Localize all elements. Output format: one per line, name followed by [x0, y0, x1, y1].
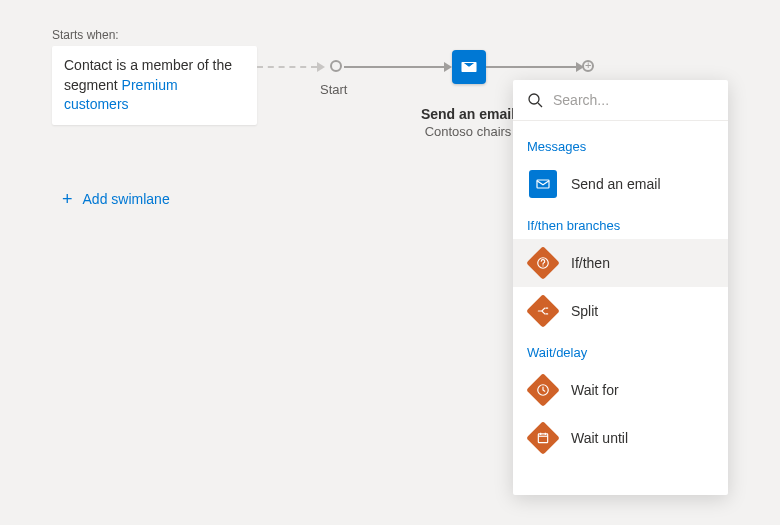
search-input[interactable] [553, 92, 714, 108]
email-node-title: Send an email [418, 106, 518, 122]
start-label: Start [320, 82, 347, 97]
action-item-wait-for[interactable]: Wait for [513, 366, 728, 414]
action-label: Wait until [571, 430, 628, 446]
connector-dashed [257, 66, 317, 68]
action-item-split[interactable]: Split [513, 287, 728, 335]
svg-point-1 [529, 94, 539, 104]
email-node-subtitle: Contoso chairs [418, 124, 518, 139]
action-item-wait-until[interactable]: Wait until [513, 414, 728, 462]
action-picker-panel: MessagesSend an emailIf/then branchesIf/… [513, 80, 728, 495]
action-item-send-email[interactable]: Send an email [513, 160, 728, 208]
send-email-tile[interactable] [452, 50, 486, 84]
question-icon [527, 247, 559, 279]
trigger-card[interactable]: Contact is a member of the segment Premi… [52, 46, 257, 125]
svg-line-2 [538, 103, 542, 107]
add-action-node[interactable] [582, 60, 594, 72]
svg-point-5 [542, 265, 543, 266]
search-row [513, 80, 728, 121]
split-icon [527, 295, 559, 327]
plus-icon: + [62, 190, 73, 208]
clock-icon [527, 374, 559, 406]
start-node[interactable] [330, 60, 342, 72]
svg-rect-7 [538, 434, 547, 443]
action-label: If/then [571, 255, 610, 271]
action-label: Split [571, 303, 598, 319]
starts-when-label: Starts when: [52, 28, 119, 42]
group-header: Wait/delay [513, 335, 728, 366]
connector-2 [486, 66, 576, 68]
add-swimlane-label: Add swimlane [83, 191, 170, 207]
action-item-if-then[interactable]: If/then [513, 239, 728, 287]
search-icon [527, 92, 543, 108]
add-swimlane-button[interactable]: + Add swimlane [62, 190, 170, 208]
action-label: Wait for [571, 382, 619, 398]
panel-scroll[interactable]: MessagesSend an emailIf/then branchesIf/… [513, 121, 728, 495]
mail-icon [527, 168, 559, 200]
group-header: If/then branches [513, 208, 728, 239]
mail-icon [460, 58, 478, 76]
connector-1 [344, 66, 444, 68]
calendar-icon [527, 422, 559, 454]
action-label: Send an email [571, 176, 661, 192]
group-header: Messages [513, 129, 728, 160]
